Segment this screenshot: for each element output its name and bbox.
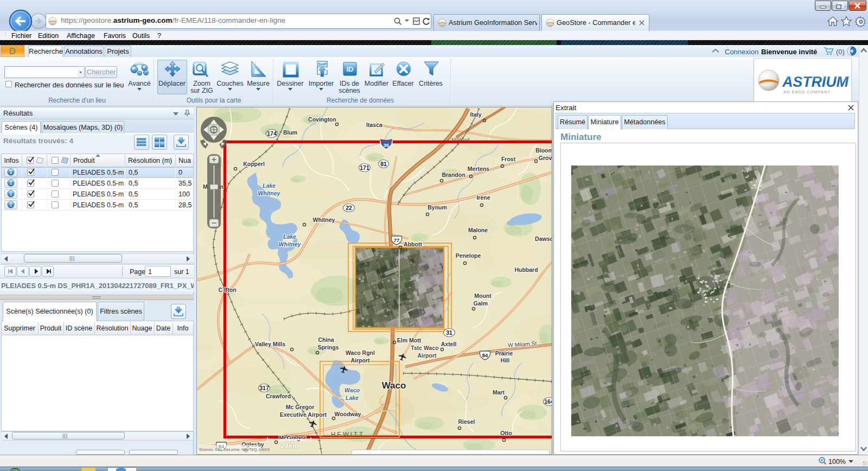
svg-text:Mart: Mart: [493, 389, 505, 396]
svg-text:Executive Airport: Executive Airport: [280, 411, 327, 418]
svg-text:Tstc Waco: Tstc Waco: [411, 345, 438, 351]
svg-text:Lake: Lake: [346, 394, 359, 401]
svg-text:i: i: [10, 169, 12, 175]
svg-text:Whitney: Whitney: [279, 241, 302, 247]
svg-text:Hubbard: Hubbard: [514, 266, 538, 273]
svg-text:Milford: Milford: [451, 137, 469, 143]
svg-text:164: 164: [544, 398, 552, 405]
svg-text:Abbott: Abbott: [404, 241, 422, 247]
svg-text:Elm Mott: Elm Mott: [397, 337, 422, 343]
svg-text:Woodway: Woodway: [335, 411, 361, 417]
svg-text:Bloomi: Bloomi: [535, 147, 552, 154]
svg-text:Otto: Otto: [500, 430, 512, 436]
svg-text:AN EADS COMPANY: AN EADS COMPANY: [783, 90, 831, 94]
svg-text:77: 77: [394, 237, 400, 243]
svg-text:Crawford: Crawford: [266, 393, 291, 399]
svg-text:171: 171: [360, 164, 369, 171]
svg-text:Whitney: Whitney: [258, 190, 281, 196]
svg-text:i: i: [10, 202, 12, 208]
svg-text:C lfton: C lfton: [218, 287, 236, 293]
svg-text:Dawso: Dawso: [535, 236, 552, 242]
svg-text:Frost: Frost: [501, 156, 516, 162]
svg-text:35: 35: [384, 142, 390, 148]
svg-text:81: 81: [380, 161, 387, 167]
svg-text:Blum: Blum: [283, 129, 297, 136]
svg-text:Mc Gregor: Mc Gregor: [286, 404, 315, 410]
svg-text:D: D: [9, 46, 16, 56]
svg-text:Waco: Waco: [382, 380, 406, 391]
svg-text:Waco: Waco: [344, 387, 360, 393]
svg-text:Waco Rgnl: Waco Rgnl: [346, 349, 375, 356]
svg-text:Springs: Springs: [317, 344, 339, 351]
svg-text:317: 317: [259, 385, 269, 391]
svg-text:Mount: Mount: [474, 292, 492, 299]
svg-text:Airport: Airport: [418, 352, 437, 359]
svg-text:Hill: Hill: [501, 357, 509, 364]
svg-text:i: i: [10, 191, 12, 197]
svg-text:ID: ID: [347, 65, 354, 73]
svg-text:Lake: Lake: [283, 233, 296, 240]
svg-text:Grove: Grove: [539, 155, 552, 161]
svg-text:Brandon: Brandon: [442, 171, 465, 178]
svg-text:Sources: Esri, DeLorme, NAVTEQ: Sources: Esri, DeLorme, NAVTEQ, USGS: [199, 448, 270, 452]
svg-text:ASTRIUM: ASTRIUM: [782, 74, 849, 90]
svg-text:174: 174: [267, 130, 277, 137]
svg-text:84: 84: [482, 352, 488, 358]
svg-text:Italy: Italy: [470, 111, 481, 118]
svg-text:China: China: [318, 336, 334, 343]
svg-text:Prairie: Prairie: [495, 350, 513, 357]
svg-text:McGregor: McGregor: [279, 435, 306, 441]
svg-text:Bynum: Bynum: [427, 204, 447, 211]
svg-text:Valley Mills: Valley Mills: [255, 341, 285, 347]
svg-text:i: i: [10, 180, 12, 186]
svg-text:Itasca: Itasca: [366, 122, 382, 128]
svg-text:Lake: Lake: [263, 182, 276, 189]
svg-text:Irene: Irene: [476, 194, 490, 201]
svg-text:31: 31: [446, 329, 452, 336]
svg-text:Penelope: Penelope: [456, 252, 481, 259]
svg-text:SHP: SHP: [318, 62, 327, 67]
svg-text:20km: 20km: [280, 442, 298, 450]
svg-text:Malone: Malone: [468, 227, 488, 233]
svg-text:Mertens: Mertens: [468, 166, 489, 172]
svg-text:Galm: Galm: [474, 300, 488, 307]
svg-text:Riesel: Riesel: [458, 418, 475, 425]
svg-text:Axtell: Axtell: [441, 341, 457, 347]
svg-text:Covington: Covington: [308, 116, 336, 123]
svg-text:Airport: Airport: [351, 357, 371, 364]
svg-text:Kopperl: Kopperl: [243, 161, 265, 167]
svg-text:HEWITT: HEWITT: [331, 431, 365, 437]
svg-text:22: 22: [346, 205, 352, 211]
svg-text:Whitney: Whitney: [313, 217, 335, 223]
